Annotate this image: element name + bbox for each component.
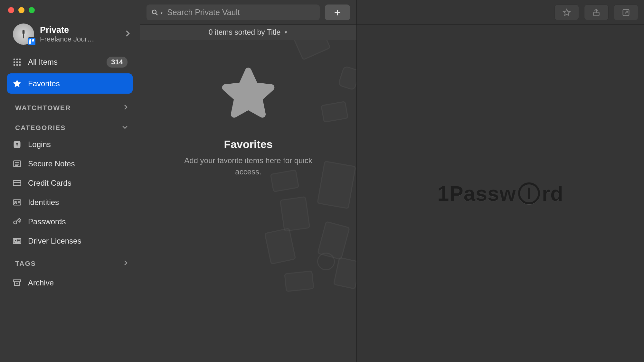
chevron-right-icon [125, 30, 130, 38]
search-input[interactable] [167, 8, 315, 17]
svg-rect-30 [14, 280, 21, 282]
svg-point-24 [14, 221, 17, 224]
sidebar-item-all-items[interactable]: All Items 314 [7, 52, 133, 72]
svg-point-10 [19, 64, 21, 66]
svg-point-5 [14, 61, 15, 63]
decorative-card-icon [264, 228, 296, 265]
svg-point-8 [14, 64, 15, 66]
vault-subtitle: Freelance Jour… [40, 35, 102, 43]
sort-summary: 0 items sorted by Title [209, 28, 281, 37]
category-label: Passwords [28, 217, 66, 226]
sidebar-item-label: All Items [28, 58, 101, 67]
category-logins[interactable]: Logins [7, 135, 133, 154]
sidebar-item-favorites[interactable]: Favorites [7, 73, 133, 94]
decorative-card-icon [284, 271, 314, 292]
svg-rect-26 [14, 239, 16, 241]
app-window: Private Freelance Jour… All Items 314 Fa… [0, 0, 644, 362]
keyhole-icon [12, 139, 22, 150]
share-button[interactable] [584, 5, 609, 20]
new-item-button[interactable] [325, 5, 350, 20]
svg-point-32 [152, 10, 156, 14]
detail-pane: 1Passw rd [357, 0, 644, 362]
star-icon [12, 79, 22, 89]
svg-rect-13 [17, 144, 17, 146]
window-controls [0, 0, 140, 20]
chevron-down-icon: ▼ [284, 30, 288, 35]
note-icon [12, 159, 22, 169]
category-driver-licenses[interactable]: Driver Licenses [7, 231, 133, 251]
external-link-icon [621, 8, 630, 17]
close-window-button[interactable] [8, 7, 14, 13]
svg-point-4 [19, 58, 21, 60]
brand-text-2: rd [542, 181, 564, 206]
detail-toolbar [357, 0, 644, 25]
category-label: Secure Notes [28, 159, 75, 168]
id-card-icon [12, 197, 22, 208]
empty-title: Favorites [224, 138, 272, 151]
share-icon [592, 8, 601, 17]
star-icon [215, 61, 282, 125]
count-badge: 314 [107, 57, 128, 68]
category-label: Credit Cards [28, 179, 71, 188]
brand-text-1: 1Passw [437, 181, 516, 206]
category-credit-cards[interactable]: Credit Cards [7, 173, 133, 193]
tag-label: Archive [28, 278, 54, 287]
search-scope-caret-icon: ▾ [161, 11, 163, 15]
section-tags[interactable]: TAGS [7, 251, 133, 271]
section-watchtower[interactable]: WATCHTOWER [7, 95, 133, 115]
chevron-right-icon [124, 260, 128, 267]
chevron-right-icon [124, 104, 128, 111]
empty-subtitle: Add your favorite items here for quick a… [184, 155, 313, 178]
list-toolbar: ▾ [140, 0, 356, 25]
section-title: WATCHTOWER [15, 104, 71, 112]
vault-switcher[interactable]: Private Freelance Jour… [0, 20, 140, 52]
item-list-pane: ▾ 0 items sorted by Title ▼ [140, 0, 357, 362]
svg-point-6 [16, 61, 18, 63]
decorative-card-icon [333, 257, 356, 290]
brand-o-keyhole-icon [518, 182, 540, 204]
license-icon [12, 236, 22, 246]
svg-point-2 [14, 58, 15, 60]
favorite-button[interactable] [554, 5, 579, 20]
decorative-card-icon [279, 196, 310, 232]
svg-rect-0 [23, 30, 25, 34]
empty-state: Favorites Add your favorite items here f… [140, 40, 356, 178]
brand-watermark: 1Passw rd [357, 25, 644, 362]
category-label: Driver Licenses [28, 237, 81, 246]
category-secure-notes[interactable]: Secure Notes [7, 154, 133, 173]
credit-card-icon [12, 178, 22, 188]
category-label: Identities [28, 198, 59, 207]
chevron-down-icon [122, 125, 128, 131]
plus-icon [333, 8, 342, 17]
vault-name: Private [40, 25, 119, 35]
archive-icon [12, 278, 22, 288]
category-passwords[interactable]: Passwords [7, 212, 133, 231]
search-field[interactable]: ▾ [147, 5, 320, 20]
sidebar-scroll: All Items 314 Favorites WATCHTOWER CATEG… [0, 52, 140, 362]
account-badge-icon [28, 37, 36, 46]
brand-logo: 1Passw rd [437, 181, 564, 206]
vault-avatar-icon [13, 23, 34, 45]
svg-rect-1 [23, 34, 24, 38]
minimize-window-button[interactable] [18, 7, 24, 13]
section-title: CATEGORIES [15, 124, 66, 132]
category-label: Logins [28, 140, 51, 149]
svg-point-9 [16, 64, 18, 66]
svg-point-7 [19, 61, 21, 63]
svg-point-3 [16, 58, 18, 60]
empty-list-area: Favorites Add your favorite items here f… [140, 40, 356, 362]
svg-rect-18 [13, 181, 21, 186]
star-outline-icon [562, 8, 571, 17]
category-identities[interactable]: Identities [7, 193, 133, 212]
section-categories[interactable]: CATEGORIES [7, 115, 133, 135]
sort-bar[interactable]: 0 items sorted by Title ▼ [140, 25, 356, 40]
svg-line-33 [156, 13, 158, 15]
section-title: TAGS [15, 260, 36, 267]
grid-icon [12, 57, 22, 67]
open-external-button[interactable] [614, 5, 638, 20]
vault-info: Private Freelance Jour… [40, 25, 119, 43]
maximize-window-button[interactable] [29, 7, 35, 13]
sidebar-item-label: Favorites [28, 79, 128, 88]
tag-archive[interactable]: Archive [7, 273, 133, 292]
search-icon [151, 9, 159, 16]
